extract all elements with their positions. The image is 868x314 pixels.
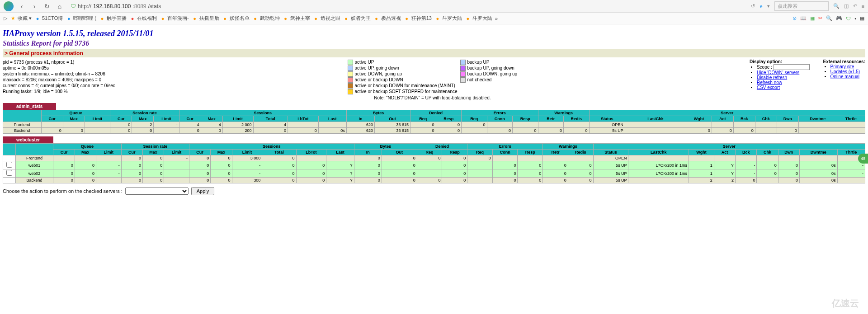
browser-right-tools: ↺ e ▾ 点此搜索 🔍 ◫ ↶ ≡ — [751, 1, 864, 11]
bookmark-list: ●51CTO博●哔哩哔哩 (●触手直播●在线福利●百年漫画-●扶摇皇后●妖怪名单… — [34, 15, 492, 22]
table-row: Frontend00-003 000000000OPEN — [3, 155, 865, 161]
apply-button[interactable]: Apply — [191, 187, 215, 195]
bookmark-item[interactable]: ●武神主宰 — [283, 15, 310, 22]
bookmark-bar: ▷ ★收藏 ▾ ●51CTO博●哔哩哔哩 (●触手直播●在线福利●百年漫画-●扶… — [0, 13, 868, 24]
url-prefix: http:// — [78, 3, 91, 9]
external-resources-label: External resources: — [823, 59, 865, 64]
side-badge[interactable]: 48 — [858, 154, 868, 164]
bookmark-start-icon[interactable]: ▷ — [4, 15, 7, 21]
bookmark-item[interactable]: ●在线福利 — [129, 15, 157, 22]
updates-link[interactable]: Updates (v1.5) — [830, 69, 860, 74]
proxy-name: admin_stats — [3, 103, 56, 110]
search-input[interactable]: 点此搜索 — [774, 1, 829, 11]
legend-item: active DOWN, going up — [348, 71, 458, 77]
process-info: pid = 9736 (process #1, nbproc = 1) upti… — [3, 59, 115, 94]
url-ip: 192.168.80.100 — [93, 3, 131, 9]
tool-icon-4[interactable]: ✂ — [818, 15, 822, 21]
search-icon[interactable]: 🔍 — [833, 3, 840, 9]
forward-button[interactable]: › — [30, 2, 39, 11]
row-name[interactable]: web01 — [15, 161, 53, 169]
primary-site-link[interactable]: Primary site — [830, 64, 854, 69]
bookmark-item[interactable]: ●武动乾坤 — [252, 15, 280, 22]
bookmark-item[interactable]: ●妖怪名单 — [222, 15, 250, 22]
url-bar[interactable]: 🛡 http://192.168.80.100:8089/stats — [68, 2, 164, 10]
table-row: Frontend02-442 000462036 615000OPEN — [3, 122, 865, 128]
legend-item: backup UP — [460, 59, 518, 65]
tool-icon-9[interactable]: ▦ — [860, 15, 864, 21]
shield-icon: 🛡 — [71, 3, 76, 9]
tool-icon-6[interactable]: 🎮 — [836, 15, 842, 21]
menu-icon[interactable]: ≡ — [862, 4, 864, 9]
refresh-now-link[interactable]: Refresh now — [757, 80, 782, 85]
tool-icon-1[interactable]: ⊘ — [793, 15, 797, 21]
favorites-button[interactable]: ★收藏 ▾ — [10, 15, 32, 22]
hide-down-link[interactable]: Hide 'DOWN' servers — [757, 70, 799, 75]
bookmark-right-tools: ⊘ 📖 ▦ ✂ 🔍 🎮 🛡 • ▦ — [793, 15, 864, 21]
disable-refresh-link[interactable]: Disable refresh — [757, 75, 787, 80]
table-row: Backend00000030000?000000005s UP22000s — [3, 178, 865, 183]
panel-icon[interactable]: ◫ — [844, 3, 849, 9]
bookmark-item[interactable]: ●扶摇皇后 — [192, 15, 219, 22]
proxy-name: webcluster — [3, 136, 53, 143]
page-subtitle: Statistics Report for pid 9736 — [3, 39, 865, 47]
table-row: web0100-0000-00?00000005s UPL7OK/200 in … — [3, 161, 865, 169]
table-row: Backend000000200000s62036 6150000005s UP… — [3, 128, 865, 134]
legend-item: backup UP, going down — [460, 65, 518, 71]
legend-item: backup DOWN, going up — [460, 71, 518, 77]
bookmark-item[interactable]: ●透视之眼 — [313, 15, 340, 22]
legend-item: active or backup SOFT STOPPED for mainte… — [348, 89, 458, 94]
action-select[interactable] — [125, 187, 189, 195]
undo-icon[interactable]: ↶ — [853, 3, 857, 9]
bookmark-item[interactable]: ●狂神第13 — [404, 15, 432, 22]
bookmark-item[interactable]: ●极品透视 — [373, 15, 401, 22]
action-label: Choose the action to perform on the chec… — [3, 188, 123, 194]
tool-icon-8[interactable]: • — [854, 16, 856, 21]
reload-button[interactable]: ↻ — [42, 2, 52, 11]
online-manual-link[interactable]: Online manual — [830, 74, 859, 79]
action-row: Choose the action to perform on the chec… — [3, 187, 865, 195]
back-button[interactable]: ‹ — [17, 2, 26, 11]
legend-item: active UP, going down — [348, 65, 458, 71]
bookmark-item[interactable]: ●51CTO博 — [34, 15, 63, 22]
dropdown-icon[interactable]: ▾ — [767, 3, 770, 9]
bookmark-item[interactable]: ●斗罗大陆 — [465, 15, 492, 22]
tool-icon-2[interactable]: 📖 — [800, 15, 807, 21]
tool-icon-3[interactable]: ▦ — [810, 15, 815, 21]
legend: active UPactive UP, going downactive DOW… — [124, 59, 741, 100]
bookmark-item[interactable]: ●斗罗大陆 — [434, 15, 462, 22]
url-path: /stats — [148, 3, 161, 9]
bookmark-more[interactable]: » — [495, 16, 498, 21]
page-title: HAProxy version 1.5.15, released 2015/11… — [3, 29, 865, 38]
browser-toolbar: ‹ › ↻ ⌂ 🛡 http://192.168.80.100:8089/sta… — [0, 0, 868, 13]
section-header: > General process information — [3, 49, 865, 57]
bookmark-item[interactable]: ●触手直播 — [99, 15, 127, 22]
ie-icon[interactable]: e — [760, 4, 762, 9]
bookmark-item[interactable]: ●妖者为王 — [343, 15, 371, 22]
row-name[interactable]: Frontend — [3, 122, 42, 128]
home-button[interactable]: ⌂ — [55, 2, 64, 11]
tool-icon-7[interactable]: 🛡 — [846, 16, 851, 21]
legend-item: active UP — [348, 59, 458, 65]
server-checkbox[interactable] — [6, 170, 12, 176]
scope-input[interactable] — [774, 64, 810, 70]
server-checkbox[interactable] — [6, 162, 12, 168]
row-name[interactable]: Frontend — [15, 155, 53, 161]
csv-export-link[interactable]: CSV export — [757, 85, 780, 90]
options-panel: Display option: Scope : Hide 'DOWN' serv… — [750, 59, 865, 90]
table-row: web0200-0000-00?00000005s UPL7OK/200 in … — [3, 169, 865, 178]
legend-item: not checked — [460, 77, 518, 83]
tool-icon-5[interactable]: 🔍 — [826, 15, 832, 21]
bookmark-item[interactable]: ●百年漫画- — [160, 15, 189, 22]
browser-logo — [4, 1, 14, 11]
share-icon[interactable]: ↺ — [751, 3, 755, 9]
page-content: HAProxy version 1.5.15, released 2015/11… — [0, 24, 868, 197]
row-name[interactable]: web02 — [15, 169, 53, 178]
legend-item: active or backup DOWN — [348, 77, 458, 83]
display-option-label: Display option: — [750, 59, 782, 64]
row-name[interactable]: Backend — [3, 128, 42, 134]
row-name[interactable]: Backend — [15, 178, 53, 183]
legend-item: active or backup DOWN for maintenance (M… — [348, 83, 458, 89]
bookmark-item[interactable]: ●哔哩哔哩 ( — [66, 15, 96, 22]
url-port: :8089 — [132, 3, 146, 9]
legend-note: Note: "NOLB"/"DRAIN" = UP with load-bala… — [374, 95, 491, 100]
